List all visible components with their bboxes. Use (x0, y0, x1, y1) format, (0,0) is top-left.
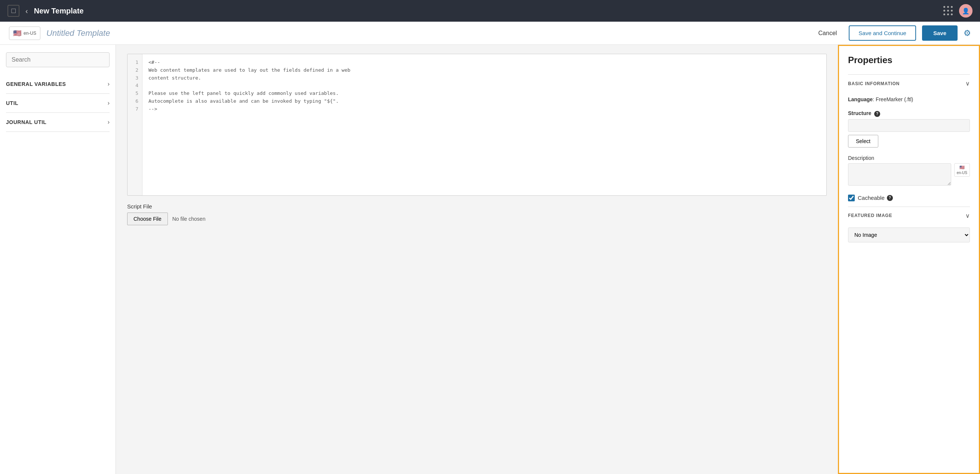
save-and-continue-button[interactable]: Save and Continue (849, 25, 916, 41)
search-input[interactable] (6, 52, 110, 67)
top-navigation: ☐ ‹ New Template 👤 (0, 0, 980, 22)
basic-information-section-header[interactable]: BASIC INFORMATION ∨ (848, 75, 970, 92)
featured-image-label: FEATURED IMAGE (848, 213, 892, 218)
code-editor[interactable]: 1 2 3 4 5 6 7 <#-- Web content templates… (127, 54, 827, 196)
chevron-right-icon: › (108, 119, 110, 125)
sidebar-item-util-label: UTIL (6, 100, 18, 106)
structure-help-icon[interactable]: ? (874, 111, 880, 117)
description-textarea[interactable] (848, 163, 951, 185)
locale-selector[interactable]: 🇺🇸 en-US (9, 27, 40, 40)
sidebar-toggle-icon: ☐ (11, 8, 16, 14)
script-file-label: Script File (127, 203, 827, 209)
cacheable-label: Cacheable ? (858, 195, 893, 201)
chevron-right-icon: › (108, 100, 110, 106)
left-sidebar: GENERAL VARIABLES › UTIL › JOURNAL UTIL … (0, 45, 116, 474)
description-flag-icon: 🇺🇸 (959, 165, 965, 170)
featured-image-section-header[interactable]: FEATURED IMAGE ∨ (848, 206, 970, 225)
sidebar-item-general-variables-label: GENERAL VARIABLES (6, 81, 66, 87)
chevron-down-icon: ∨ (966, 80, 970, 87)
sidebar-item-util[interactable]: UTIL › (6, 94, 110, 113)
description-label: Description (848, 155, 970, 161)
language-value: FreeMarker (.ftl) (876, 97, 913, 102)
sidebar-toggle-button[interactable]: ☐ (8, 5, 19, 17)
basic-information-label: BASIC INFORMATION (848, 81, 900, 86)
chevron-right-icon: › (108, 81, 110, 87)
sidebar-item-journal-util-label: JOURNAL UTIL (6, 119, 46, 125)
template-name-field[interactable]: Untitled Template (46, 29, 807, 38)
editor-area: 1 2 3 4 5 6 7 <#-- Web content templates… (116, 45, 838, 474)
main-layout: GENERAL VARIABLES › UTIL › JOURNAL UTIL … (0, 45, 980, 474)
sidebar-item-journal-util[interactable]: JOURNAL UTIL › (6, 113, 110, 132)
code-textarea[interactable]: <#-- Web content templates are used to l… (142, 54, 826, 195)
sidebar-item-general-variables[interactable]: GENERAL VARIABLES › (6, 75, 110, 94)
save-button[interactable]: Save (922, 25, 958, 41)
page-title: New Template (34, 7, 937, 15)
toolbar: 🇺🇸 en-US Untitled Template Cancel Save a… (0, 22, 980, 45)
structure-input[interactable] (848, 119, 970, 132)
description-field-row: 🇺🇸 en-US (848, 163, 970, 185)
flag-icon: 🇺🇸 (13, 29, 21, 37)
line-numbers: 1 2 3 4 5 6 7 (127, 54, 142, 195)
language-label: Language: FreeMarker (.ftl) (848, 97, 913, 102)
cancel-button[interactable]: Cancel (813, 27, 843, 40)
properties-panel: Properties BASIC INFORMATION ∨ Language:… (838, 45, 980, 474)
structure-label: Structure ? (848, 110, 970, 117)
featured-image-select[interactable]: No Image (848, 227, 970, 243)
featured-image-select-row: No Image (848, 225, 970, 243)
back-button[interactable]: ‹ (25, 7, 28, 15)
settings-button[interactable]: ⚙ (964, 29, 971, 38)
script-file-row: Choose File No file chosen (127, 212, 827, 225)
user-avatar[interactable]: 👤 (959, 4, 972, 17)
language-row: Language: FreeMarker (.ftl) (848, 92, 970, 106)
properties-title: Properties (848, 55, 970, 65)
script-file-section: Script File Choose File No file chosen (127, 203, 827, 225)
structure-row: Structure ? Select (848, 106, 970, 151)
locale-label: en-US (24, 31, 36, 36)
cacheable-help-icon[interactable]: ? (887, 195, 893, 201)
description-locale-label: en-US (957, 171, 967, 175)
cacheable-checkbox[interactable] (848, 195, 855, 201)
featured-image-chevron-icon: ∨ (966, 212, 970, 219)
cacheable-row: Cacheable ? (848, 189, 970, 206)
choose-file-button[interactable]: Choose File (127, 212, 168, 225)
description-locale-flag[interactable]: 🇺🇸 en-US (954, 163, 970, 177)
no-file-text: No file chosen (172, 216, 206, 222)
description-row: Description 🇺🇸 en-US (848, 151, 970, 189)
structure-select-button[interactable]: Select (848, 135, 878, 147)
apps-grid-button[interactable] (943, 6, 953, 16)
